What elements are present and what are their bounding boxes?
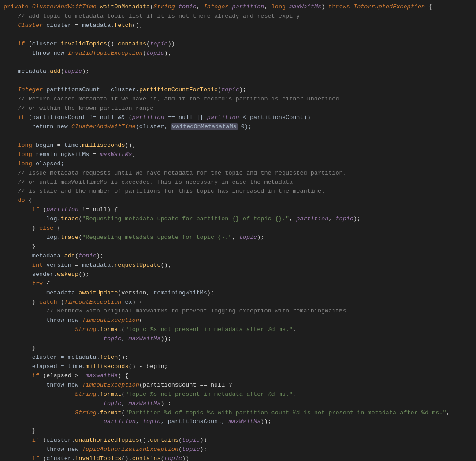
code-line-32: metadata.awaitUpdate(version, remainingW… [0,289,476,298]
code-line-21: // is stale and the number of partitions… [0,187,476,196]
code-line-19: // Issue metadata requests until we have… [0,169,476,178]
code-line-20: // or until maxWaitTimeMs is exceeded. T… [0,178,476,187]
code-line-48: if (cluster.unauthorizedTopics().contain… [0,436,476,445]
code-line-17: long remainingWaitMs = maxWaitMs; [0,150,476,160]
code-line-23: if (partition != null) { [0,205,476,215]
code-line-8: metadata.add(topic); [0,67,476,76]
code-line-49: throw new TopicAuthorizationException(to… [0,445,476,454]
code-line-40: elapsed = time.milliseconds() - begin; [0,362,476,372]
code-line-44: topic, maxWaitMs) : [0,399,476,409]
code-line-6: throw new InvalidTopicException(topic); [0,49,476,58]
code-line-14: return new ClusterAndWaitTime(cluster, w… [0,123,476,132]
code-line-4 [0,30,476,40]
code-line-18: long elapsed; [0,160,476,169]
code-line-26: log.trace("Requesting metadata update fo… [0,233,476,242]
code-editor: private ClusterAndWaitTime waitOnMetadat… [0,0,476,461]
code-line-45: String.format("Partition %d of topic %s … [0,409,476,418]
code-line-30: sender.wakeup(); [0,270,476,279]
code-line-37: topic, maxWaitMs)); [0,335,476,344]
code-line-9 [0,76,476,86]
code-line-27: } [0,242,476,252]
code-line-11: // Return cached metadata if we have it,… [0,95,476,104]
code-line-2: // add topic to metadata topic list if i… [0,12,476,21]
code-line-24: log.trace("Requesting metadata update fo… [0,215,476,224]
code-line-28: metadata.add(topic); [0,252,476,261]
code-line-43: String.format("Topic %s not present in m… [0,390,476,399]
code-line-31: try { [0,279,476,289]
code-line-46: partition, topic, partitionsCount, maxWa… [0,417,476,427]
code-line-33: } catch (TimeoutException ex) { [0,298,476,307]
code-line-42: throw new TimeoutException(partitionsCou… [0,381,476,390]
code-line-16: long begin = time.milliseconds(); [0,141,476,150]
code-line-35: throw new TimeoutException( [0,316,476,325]
code-line-38: } [0,344,476,353]
code-line-25: } else { [0,224,476,233]
code-line-5: if (cluster.invalidTopics().contains(top… [0,40,476,49]
code-line-10: Integer partitionsCount = cluster.partit… [0,86,476,95]
code-line-39: cluster = metadata.fetch(); [0,353,476,362]
code-line-12: // or within the known partition range [0,104,476,113]
code-line-29: int version = metadata.requestUpdate(); [0,261,476,270]
code-line-36: String.format("Topic %s not present in m… [0,325,476,335]
code-line-3: Cluster cluster = metadata.fetch(); [0,21,476,30]
code-line-50: if (cluster.invalidTopics().contains(top… [0,454,476,461]
code-line-34: // Rethrow with original maxWaitMs to pr… [0,307,476,316]
code-line-47: } [0,427,476,436]
code-line-15 [0,132,476,141]
code-line-13: if (partitionsCount != null && (partitio… [0,113,476,123]
code-line-41: if (elapsed >= maxWaitMs) { [0,372,476,381]
code-line-1: private ClusterAndWaitTime waitOnMetadat… [0,3,476,12]
code-line-22: do { [0,196,476,205]
code-line-7 [0,58,476,67]
